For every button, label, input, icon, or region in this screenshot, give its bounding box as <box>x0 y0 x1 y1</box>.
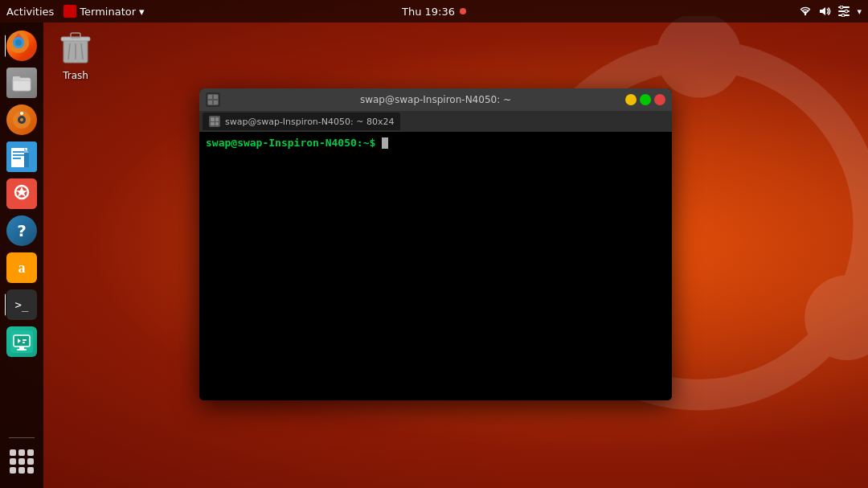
svg-rect-35 <box>23 342 25 343</box>
recording-indicator <box>460 8 466 14</box>
trash-label: Trash <box>63 70 88 81</box>
activities-button[interactable]: Activities <box>6 6 54 18</box>
window-buttons <box>625 94 665 105</box>
terminal-tab-title: swap@swap-Inspiron-N4050: ~ 80x24 <box>225 117 394 127</box>
terminal-line-1: swap@swap-Inspiron-N4050:~$ <box>206 137 665 149</box>
launcher-item-remmina[interactable] <box>5 325 39 359</box>
svg-rect-17 <box>13 76 20 80</box>
appstore-icon <box>6 178 37 209</box>
svg-rect-33 <box>17 349 27 351</box>
launcher: ? a >_ <box>0 23 43 488</box>
remmina-icon <box>6 326 37 357</box>
terminal-prompt: swap@swap-Inspiron-N4050:~$ <box>206 137 375 149</box>
files-icon <box>6 68 37 98</box>
svg-rect-44 <box>214 95 218 99</box>
svg-point-20 <box>20 118 23 121</box>
launcher-item-amazon[interactable]: a <box>5 251 39 285</box>
wifi-icon[interactable] <box>799 5 812 18</box>
svg-point-9 <box>840 6 843 9</box>
maximize-button[interactable] <box>640 94 651 105</box>
launcher-separator <box>9 437 35 438</box>
svg-marker-5 <box>820 7 825 15</box>
svg-point-14 <box>15 39 22 46</box>
svg-point-10 <box>845 10 848 13</box>
show-apps-button[interactable] <box>5 445 39 478</box>
svg-rect-25 <box>13 154 24 156</box>
topbar-clock-area[interactable]: Thu 19:36 <box>402 6 466 18</box>
writer-icon <box>6 141 37 172</box>
svg-rect-26 <box>13 158 21 159</box>
launcher-item-help[interactable]: ? <box>5 214 39 248</box>
svg-point-1 <box>657 16 742 98</box>
launcher-item-firefox[interactable] <box>5 29 39 63</box>
help-icon: ? <box>6 215 37 246</box>
terminal-tab-1[interactable]: swap@swap-Inspiron-N4050: ~ 80x24 <box>203 113 400 130</box>
system-tray-icon[interactable] <box>837 5 850 18</box>
terminal-tab-icon <box>209 116 220 127</box>
svg-point-4 <box>805 14 806 15</box>
launcher-item-terminal[interactable]: >_ <box>5 288 39 322</box>
svg-rect-43 <box>208 95 212 99</box>
amazon-icon: a <box>6 252 37 283</box>
terminal-titlebar-icon <box>206 92 220 107</box>
svg-rect-32 <box>19 347 24 349</box>
terminal-title: swap@swap-Inspiron-N4050: ~ <box>360 94 511 105</box>
svg-rect-34 <box>23 339 27 341</box>
svg-point-21 <box>20 112 23 115</box>
launcher-bottom <box>5 434 39 482</box>
terminal-tab-bar: swap@swap-Inspiron-N4050: ~ 80x24 <box>199 111 672 132</box>
launcher-item-writer[interactable] <box>5 140 39 174</box>
rhythmbox-icon <box>6 105 37 135</box>
apps-grid-icon <box>6 446 37 477</box>
svg-point-11 <box>841 14 845 17</box>
trash-icon <box>56 28 95 67</box>
topbar-left: Activities Terminator ▾ <box>6 5 145 18</box>
minimize-button[interactable] <box>625 94 637 105</box>
svg-rect-46 <box>214 100 218 105</box>
app-name-label: Terminator <box>80 6 136 18</box>
launcher-item-files[interactable] <box>5 66 39 100</box>
tray-arrow[interactable]: ▾ <box>857 6 862 17</box>
svg-rect-30 <box>14 335 30 347</box>
launcher-item-appstore[interactable] <box>5 177 39 211</box>
terminal-content[interactable]: swap@swap-Inspiron-N4050:~$ <box>199 132 672 400</box>
app-icon <box>63 5 76 18</box>
trash-desktop-icon[interactable]: Trash <box>56 28 95 81</box>
topbar-tray: ▾ <box>799 5 862 18</box>
clock-text: Thu 19:36 <box>402 6 455 18</box>
svg-rect-15 <box>13 78 31 91</box>
topbar: Activities Terminator ▾ Thu 19:36 <box>0 0 868 23</box>
svg-rect-24 <box>13 151 24 153</box>
svg-point-3 <box>805 275 868 360</box>
svg-rect-45 <box>208 100 212 105</box>
terminal-window[interactable]: swap@swap-Inspiron-N4050: ~ swap@swap-In… <box>199 88 672 400</box>
firefox-icon <box>6 31 37 61</box>
active-app-menu[interactable]: Terminator ▾ <box>63 5 144 18</box>
terminal-titlebar: swap@swap-Inspiron-N4050: ~ <box>199 88 672 111</box>
app-menu-arrow: ▾ <box>139 6 145 18</box>
volume-icon[interactable] <box>818 5 831 18</box>
launcher-item-rhythmbox[interactable] <box>5 103 39 137</box>
terminal-icon: >_ <box>6 289 37 320</box>
terminal-cursor-block <box>382 137 388 149</box>
close-button[interactable] <box>654 94 665 105</box>
